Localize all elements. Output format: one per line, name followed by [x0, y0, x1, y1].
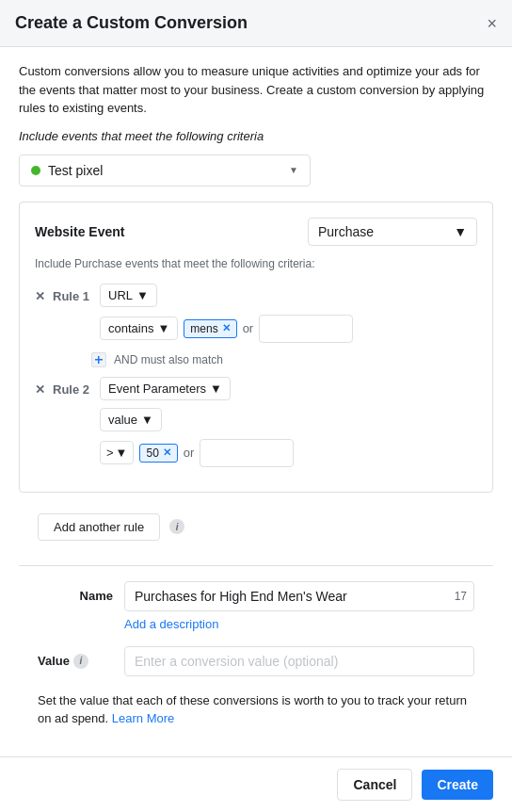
rule-1-or: or [243, 321, 254, 335]
rule-2-type-chevron: ▼ [210, 382, 222, 396]
rule-2-subtype-dropdown[interactable]: value ▼ [100, 408, 162, 431]
rule-2-row: ✕ Rule 2 Event Parameters ▼ value ▼ [35, 377, 477, 467]
rule-2-condition-chevron: ▼ [116, 446, 128, 460]
rule-1-type-dropdown[interactable]: URL ▼ [100, 284, 157, 307]
rule-1-input[interactable] [259, 315, 353, 343]
value-field [124, 646, 474, 676]
value-info-icon[interactable]: i [73, 654, 88, 669]
modal-title: Create a Custom Conversion [15, 13, 248, 33]
spend-text: Set the value that each of these convers… [19, 691, 493, 728]
description-text: Custom conversions allow you to measure … [19, 62, 493, 118]
value-label-container: Value i [38, 646, 113, 669]
rule-1-condition-chevron: ▼ [157, 321, 169, 335]
name-form-row: Name 17 Add a description [19, 581, 493, 631]
rule-2-input[interactable] [200, 439, 294, 467]
rule-1-condition-dropdown[interactable]: contains ▼ [100, 317, 178, 340]
char-count: 17 [455, 590, 467, 603]
and-match-icon [91, 352, 106, 367]
and-match-row: AND must also match [35, 352, 477, 367]
rule-2-subtype-chevron: ▼ [141, 413, 153, 427]
event-dropdown[interactable]: Purchase ▼ [308, 218, 477, 246]
and-match-text: AND must also match [114, 353, 223, 366]
event-dropdown-value: Purchase [318, 224, 374, 239]
website-event-row: Website Event Purchase ▼ [35, 218, 477, 246]
rule-1-type-chevron: ▼ [136, 288, 149, 302]
rule-1-controls: URL ▼ contains ▼ mens ✕ or [100, 284, 477, 343]
learn-more-link[interactable]: Learn More [112, 711, 174, 725]
name-field: 17 Add a description [124, 581, 474, 631]
pixel-status-dot [31, 166, 40, 175]
value-input[interactable] [124, 646, 474, 676]
rule-1-delete[interactable]: ✕ [35, 289, 45, 303]
rule-1-tag-remove[interactable]: ✕ [222, 322, 231, 334]
value-form-row: Value i [19, 646, 493, 676]
add-rule-info-icon[interactable]: i [169, 519, 184, 534]
name-input[interactable] [124, 581, 474, 611]
modal-body: Custom conversions allow you to measure … [0, 47, 512, 758]
website-event-label: Website Event [35, 224, 124, 239]
criteria-label: Include events that meet the following c… [19, 129, 493, 143]
create-button[interactable]: Create [422, 770, 493, 800]
cancel-button[interactable]: Cancel [337, 769, 412, 801]
rule-2-controls: Event Parameters ▼ value ▼ > ▼ [100, 377, 477, 467]
name-label: Name [38, 581, 113, 603]
modal: Create a Custom Conversion × Custom conv… [0, 0, 512, 812]
rule-2-label: Rule 2 [53, 382, 92, 397]
pixel-dropdown-icon: ▼ [289, 165, 298, 175]
rule-1-row: ✕ Rule 1 URL ▼ contains ▼ [35, 284, 477, 343]
rule-1-tag: mens ✕ [184, 319, 236, 338]
add-rule-area: Add another rule i [19, 504, 493, 550]
pixel-name: Test pixel [48, 163, 103, 178]
rule-2-delete[interactable]: ✕ [35, 382, 45, 397]
event-dropdown-chevron: ▼ [454, 224, 467, 239]
rule-2-tag-remove[interactable]: ✕ [163, 447, 171, 459]
rules-container: Website Event Purchase ▼ Include Purchas… [19, 202, 493, 493]
rule-2-condition-row: > ▼ 50 ✕ or [100, 439, 477, 467]
rule-2-or: or [184, 446, 195, 460]
modal-header: Create a Custom Conversion × [0, 0, 512, 47]
rule-1-label: Rule 1 [53, 289, 92, 303]
svg-rect-1 [98, 356, 100, 364]
name-input-wrapper: 17 [124, 581, 474, 611]
rule-2-tag: 50 ✕ [139, 444, 177, 463]
value-label: Value [38, 654, 70, 668]
close-icon[interactable]: × [487, 15, 497, 32]
rule-1-condition-row: contains ▼ mens ✕ or [100, 315, 477, 343]
include-text: Include Purchase events that meet the fo… [35, 257, 477, 270]
add-rule-button[interactable]: Add another rule [38, 513, 160, 541]
modal-footer: Cancel Create [0, 756, 512, 812]
pixel-selector[interactable]: Test pixel ▼ [19, 154, 311, 187]
add-description-link[interactable]: Add a description [124, 617, 474, 631]
rule-2-condition-dropdown[interactable]: > ▼ [100, 441, 134, 464]
divider-1 [19, 565, 493, 566]
rule-2-type-dropdown[interactable]: Event Parameters ▼ [100, 377, 231, 400]
